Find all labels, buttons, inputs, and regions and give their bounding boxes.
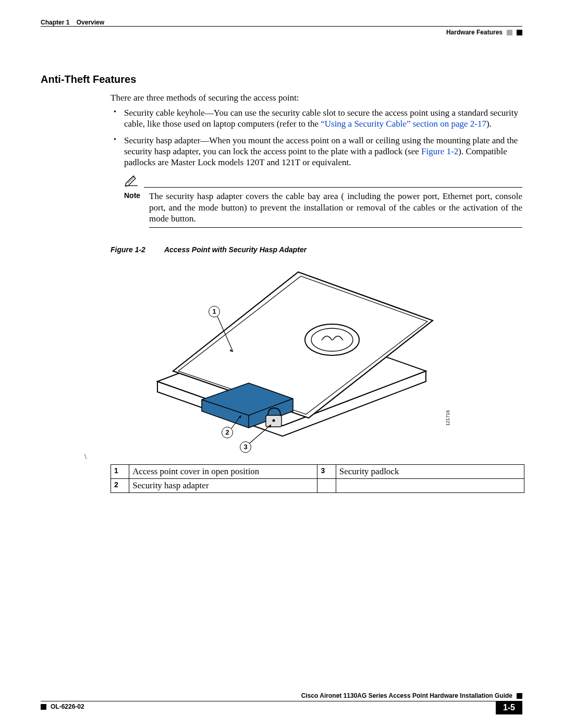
- page-footer: Cisco Aironet 1130AG Series Access Point…: [41, 692, 522, 710]
- header-chapter-title: Overview: [77, 19, 104, 26]
- legend-num: 2: [111, 479, 129, 493]
- figure-number: Figure 1-2: [111, 245, 145, 254]
- figure-illustration: 1 2 3 121716: [126, 259, 522, 457]
- legend-num: 1: [111, 465, 129, 479]
- header-chapter: Chapter 1: [41, 19, 69, 26]
- note-block: Note The security hasp adapter covers th…: [124, 173, 522, 228]
- access-point-drawing: [126, 259, 470, 452]
- footer-square-icon: [517, 693, 522, 699]
- header-square-icon: [507, 30, 512, 35]
- figure-legend-table: 1 Access point cover in open position 3 …: [111, 464, 524, 493]
- page-header: Chapter 1 Overview Hardware Features: [41, 19, 522, 36]
- legend-text: Access point cover in open position: [129, 465, 317, 479]
- figure-caption: Figure 1-2Access Point with Security Has…: [111, 245, 522, 254]
- table-row: 1 Access point cover in open position 3 …: [111, 465, 524, 479]
- svg-point-3: [273, 419, 275, 422]
- footer-guide-title: Cisco Aironet 1130AG Series Access Point…: [301, 692, 512, 699]
- note-pencil-icon: [124, 173, 139, 189]
- callout-3: 3: [240, 441, 251, 453]
- callout-1: 1: [209, 306, 220, 317]
- table-row: 2 Security hasp adapter: [111, 479, 524, 493]
- bullet-text: ).: [486, 119, 492, 129]
- note-text: The security hasp adapter covers the cab…: [149, 191, 522, 224]
- bullet-list: Security cable keyhole—You can use the s…: [111, 107, 522, 168]
- bullet-item: Security cable keyhole—You can use the s…: [111, 107, 522, 130]
- section-heading: Anti-Theft Features: [41, 73, 522, 85]
- footer-square-icon: [41, 704, 46, 710]
- note-label: Note: [124, 191, 144, 224]
- header-square-icon: [517, 30, 522, 35]
- link-security-cable[interactable]: “Using a Security Cable” section on page…: [321, 119, 486, 129]
- page-number: 1-5: [496, 701, 522, 714]
- intro-text: There are three methods of securing the …: [111, 93, 522, 103]
- callout-2: 2: [222, 427, 233, 438]
- legend-empty: [317, 479, 336, 493]
- legend-num: 3: [317, 465, 336, 479]
- link-figure-ref[interactable]: Figure 1-2: [421, 146, 458, 156]
- legend-empty: [336, 479, 524, 493]
- legend-text: Security padlock: [336, 465, 524, 479]
- figure-title: Access Point with Security Hasp Adapter: [164, 245, 307, 254]
- legend-text: Security hasp adapter: [129, 479, 317, 493]
- footer-doc-id: OL-6226-02: [51, 703, 84, 710]
- figure-id: 121716: [445, 410, 450, 426]
- bullet-item: Security hasp adapter—When you mount the…: [111, 135, 522, 168]
- header-section: Hardware Features: [446, 29, 503, 36]
